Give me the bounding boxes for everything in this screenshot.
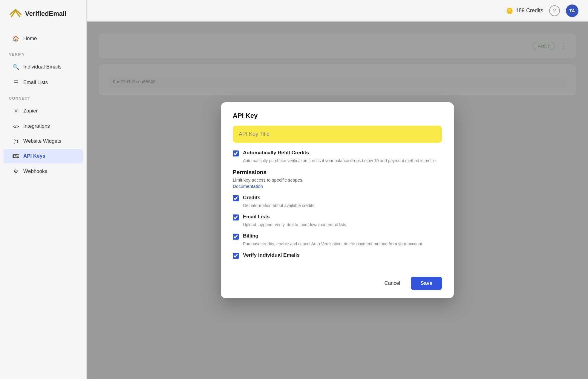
sidebar-nav: 🏠 Home VERIFY 🔍 Individual Emails ☰ Emai… xyxy=(0,28,86,379)
sidebar-item-label-individual: Individual Emails xyxy=(23,64,62,70)
list-icon: ☰ xyxy=(13,79,19,86)
billing-permission-checkbox[interactable] xyxy=(233,234,239,240)
save-button[interactable]: Save xyxy=(411,277,442,290)
cancel-button[interactable]: Cancel xyxy=(378,277,406,289)
email-lists-permission-checkbox[interactable] xyxy=(233,214,239,220)
sidebar-item-email-lists[interactable]: ☰ Email Lists xyxy=(4,75,83,90)
sidebar-item-zapier[interactable]: ✳ Zapier xyxy=(4,103,83,118)
auto-refill-label: Automatically Refill Credits xyxy=(243,150,309,156)
modal-body: Automatically Refill Credits Automatical… xyxy=(221,126,454,271)
sidebar-item-individual-emails[interactable]: 🔍 Individual Emails xyxy=(4,60,83,74)
billing-permission-label: Billing xyxy=(243,233,258,239)
modal-header: API Key xyxy=(221,102,454,126)
credits-permission-label: Credits xyxy=(243,195,261,201)
sidebar-item-webhooks[interactable]: ⚙ Webhooks xyxy=(4,164,83,179)
connect-section-label: CONNECT xyxy=(0,91,86,103)
home-icon: 🏠 xyxy=(13,35,19,42)
main-content: Active ⋮ 0ac2241e5cea05606 API Key Autom… xyxy=(87,22,588,379)
auto-refill-checkbox[interactable] xyxy=(233,150,239,156)
verify-individual-permission-label: Verify Individual Emails xyxy=(243,252,300,258)
verify-individual-permission-checkbox[interactable] xyxy=(233,253,239,259)
avatar[interactable]: TA xyxy=(566,4,578,17)
sidebar-item-label-webhooks: Webhooks xyxy=(23,168,47,174)
credits-permission-desc: Get information about available credits. xyxy=(233,203,442,208)
credits-checkbox-row: Credits xyxy=(233,195,442,201)
credits-display: 🪙 189 Credits xyxy=(506,7,543,14)
api-key-title-input[interactable] xyxy=(233,126,442,143)
permissions-section: Permissions Limit key access to specific… xyxy=(233,169,442,259)
integrations-icon: </> xyxy=(13,124,19,129)
billing-permission-desc: Purchase credits, enable and cancel Auto… xyxy=(233,241,442,246)
sidebar-item-label-widgets: Website Widgets xyxy=(23,138,61,144)
permissions-desc: Limit key access to specific scopes. xyxy=(233,177,442,182)
logo-icon xyxy=(9,8,22,19)
modal-title: API Key xyxy=(233,112,442,120)
permission-billing: Billing Purchase credits, enable and can… xyxy=(233,233,442,246)
email-lists-permission-desc: Upload, append, verify, delete, and down… xyxy=(233,222,442,227)
sidebar-item-label-home: Home xyxy=(23,36,37,42)
sidebar-item-api-keys[interactable]: API API Keys xyxy=(4,149,83,163)
permission-verify-individual: Verify Individual Emails xyxy=(233,252,442,259)
email-lists-permission-label: Email Lists xyxy=(243,214,270,220)
email-lists-checkbox-row: Email Lists xyxy=(233,214,442,220)
avatar-initials: TA xyxy=(569,8,575,13)
documentation-link[interactable]: Documentation xyxy=(233,184,263,189)
sidebar: VerifiedEmail 🏠 Home VERIFY 🔍 Individual… xyxy=(0,0,87,379)
verify-section-label: VERIFY xyxy=(0,47,86,59)
api-key-modal: API Key Automatically Refill Credits Aut… xyxy=(221,102,454,298)
header: 🪙 189 Credits ? TA xyxy=(87,0,588,22)
permission-credits: Credits Get information about available … xyxy=(233,195,442,208)
api-icon: API xyxy=(13,154,19,158)
credits-label: 189 Credits xyxy=(516,7,543,14)
sidebar-item-home[interactable]: 🏠 Home xyxy=(4,31,83,46)
sidebar-item-integrations[interactable]: </> Integrations xyxy=(4,119,83,133)
permission-email-lists: Email Lists Upload, append, verify, dele… xyxy=(233,214,442,227)
app-name: VerifiedEmail xyxy=(25,10,66,18)
credits-permission-checkbox[interactable] xyxy=(233,195,239,201)
sidebar-item-label-zapier: Zapier xyxy=(23,108,38,114)
zapier-icon: ✳ xyxy=(13,108,19,114)
credits-icon: 🪙 xyxy=(506,7,513,14)
modal-footer: Cancel Save xyxy=(221,271,454,298)
webhooks-icon: ⚙ xyxy=(13,168,19,175)
search-icon: 🔍 xyxy=(13,64,19,70)
logo: VerifiedEmail xyxy=(0,0,86,28)
auto-refill-row: Automatically Refill Credits xyxy=(233,150,442,156)
auto-refill-desc: Automatically purchase verification cred… xyxy=(233,158,442,163)
sidebar-item-website-widgets[interactable]: (*) Website Widgets xyxy=(4,134,83,148)
billing-checkbox-row: Billing xyxy=(233,233,442,240)
sidebar-item-label-integrations: Integrations xyxy=(23,123,50,129)
sidebar-item-label-api-keys: API Keys xyxy=(23,153,45,159)
widgets-icon: (*) xyxy=(13,139,19,144)
verify-individual-checkbox-row: Verify Individual Emails xyxy=(233,252,442,259)
permissions-title: Permissions xyxy=(233,169,442,176)
help-button[interactable]: ? xyxy=(549,5,560,16)
sidebar-item-label-lists: Email Lists xyxy=(23,80,48,86)
modal-overlay: API Key Automatically Refill Credits Aut… xyxy=(87,22,588,379)
